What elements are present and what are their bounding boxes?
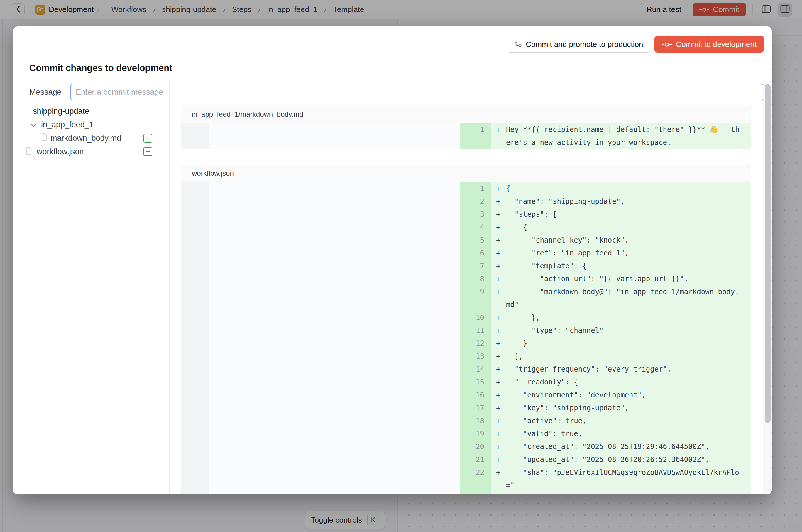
diff-add-sign: + [496, 363, 506, 376]
diff-code-text: { [506, 182, 742, 195]
diff-old-content [209, 401, 460, 414]
diff-old-gutter [181, 492, 209, 494]
diff-old-gutter [181, 260, 209, 272]
commit-to-development-button[interactable]: Commit to development [654, 36, 764, 53]
diff-new-content: + "__readonly": { [491, 376, 751, 388]
diff-code-text: "markdown_body@": "in_app_feed_1/markdow… [506, 285, 742, 311]
diff-add-sign: + [496, 247, 506, 260]
diff-line-number: 5 [460, 234, 491, 247]
diff-row: 22+ "sha": "pJeLVir6xIlUCMGqs9qroZoUAVDS… [181, 466, 751, 492]
diff-new-content: + "name": "shipping-update", [491, 195, 751, 208]
diff-code-text: "trigger_frequency": "every_trigger", [506, 363, 742, 376]
diff-row: 5+ "channel_key": "knock", [181, 234, 751, 247]
diff-old-content [209, 414, 460, 427]
modal-title: Commit changes to development [29, 63, 172, 73]
diff-code-text: { [506, 221, 742, 234]
diff-new-content: + "sha": "pJeLVir6xIlUCMGqs9qroZoUAVDSwA… [491, 466, 751, 492]
diff-add-sign: + [496, 272, 506, 285]
diff-code-text: "ref": "in_app_feed_1", [506, 247, 742, 260]
modal-actions: Commit and promote to production Commit … [507, 36, 764, 53]
diff-line-number: 14 [460, 363, 491, 376]
diff-add-sign: + [496, 195, 506, 208]
diff-new-content: + "environment": "development", [491, 388, 751, 401]
diff-old-content [209, 234, 460, 247]
diff-add-sign: + [496, 324, 506, 337]
diff-new-content: + "channel_key": "knock", [491, 234, 751, 247]
diff-new-content: + "type": "channel" [491, 324, 751, 337]
diff-code-text: "channel_key": "knock", [506, 234, 742, 247]
diff-add-sign: + [496, 401, 506, 414]
diff-panel: workflow.json 1+{2+ "name": "shipping-up… [181, 165, 751, 494]
diff-row: 18+ "active": true, [181, 414, 751, 427]
diff-old-gutter [181, 234, 209, 247]
diff-add-sign: + [496, 427, 506, 440]
diff-code-text: } [506, 492, 742, 494]
diff-row: 15+ "__readonly": { [181, 376, 751, 388]
diff-old-gutter [181, 208, 209, 221]
diff-old-content [209, 208, 460, 221]
chevron-down-icon [31, 120, 37, 129]
diff-old-content [209, 363, 460, 376]
tree-item-workflow-json[interactable]: workflow.json [13, 145, 169, 158]
tree-item-markdown-file[interactable]: markdown_body.md [13, 131, 169, 145]
diff-line-number: 9 [460, 285, 491, 311]
diff-row: 6+ "ref": "in_app_feed_1", [181, 247, 751, 260]
diff-old-gutter [181, 285, 209, 311]
diff-add-sign: + [496, 182, 506, 195]
diff-filename: workflow.json [181, 165, 751, 182]
diff-old-content [209, 492, 460, 494]
commit-modal: Commit changes to development Commit and… [13, 26, 772, 494]
diff-add-sign: + [496, 311, 506, 324]
diff-old-gutter [181, 195, 209, 208]
diff-old-content [209, 272, 460, 285]
diff-code-text: "name": "shipping-update", [506, 195, 742, 208]
diff-old-content [209, 440, 460, 453]
diff-new-content: + "updated_at": "2025-08-26T20:26:52.364… [491, 453, 751, 466]
diff-row: 19+ "valid": true, [181, 427, 751, 440]
diff-line-number: 13 [460, 350, 491, 363]
diff-add-sign: + [496, 221, 506, 234]
diff-line-number: 1 [460, 123, 491, 149]
modal-scrollbar-thumb[interactable] [765, 84, 771, 423]
tree-item-workflow-root[interactable]: shipping-update [13, 104, 169, 118]
diff-new-content: + "action_url": "{{ vars.app_url }}", [491, 272, 751, 285]
diff-add-sign: + [496, 466, 506, 479]
diff-row: 11+ "type": "channel" [181, 324, 751, 337]
diff-add-sign: + [496, 440, 506, 453]
diff-old-content [209, 376, 460, 388]
commit-promote-button[interactable]: Commit and promote to production [507, 36, 650, 53]
file-tree: shipping-update in_app_feed_1 markdown_b… [13, 104, 169, 158]
diff-code-text: }, [506, 311, 742, 324]
modal-body: shipping-update in_app_feed_1 markdown_b… [13, 81, 772, 494]
diff-line-number: 17 [460, 401, 491, 414]
diff-area: in_app_feed_1/markdown_body.md 1+Hey **{… [170, 81, 763, 494]
diff-code-text: "key": "shipping-update", [506, 401, 742, 414]
diff-old-content [209, 466, 460, 492]
diff-old-gutter [181, 324, 209, 337]
diff-old-content [209, 195, 460, 208]
diff-line-number: 22 [460, 466, 491, 492]
diff-new-content: + { [491, 221, 751, 234]
diff-add-sign: + [496, 414, 506, 427]
diff-row: 2+ "name": "shipping-update", [181, 195, 751, 208]
diff-add-sign: + [496, 453, 506, 466]
diff-old-gutter [181, 414, 209, 427]
diff-row: 16+ "environment": "development", [181, 388, 751, 401]
diff-line-number: 4 [460, 221, 491, 234]
tree-item-step-folder[interactable]: in_app_feed_1 [13, 118, 169, 131]
diff-old-gutter [181, 427, 209, 440]
diff-old-gutter [181, 272, 209, 285]
diff-new-content: + "key": "shipping-update", [491, 401, 751, 414]
diff-add-sign: + [496, 388, 506, 401]
diff-new-content: + "template": { [491, 260, 751, 272]
diff-line-number: 2 [460, 195, 491, 208]
diff-new-content: +{ [491, 182, 751, 195]
diff-row: 17+ "key": "shipping-update", [181, 401, 751, 414]
diff-old-content [209, 123, 460, 149]
diff-added-icon [144, 147, 152, 156]
diff-code-text: } [506, 337, 742, 350]
diff-old-gutter [181, 453, 209, 466]
diff-add-sign: + [496, 260, 506, 272]
diff-old-content [209, 221, 460, 234]
diff-line-number: 20 [460, 440, 491, 453]
